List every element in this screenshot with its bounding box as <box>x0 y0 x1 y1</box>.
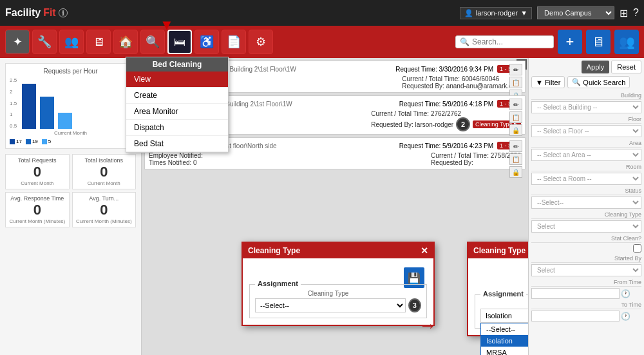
floor-select[interactable]: -- Select a Floor -- <box>531 125 641 137</box>
legend-item-2: 19 <box>26 139 38 144</box>
toolbar-icon-1[interactable]: 🔧 <box>32 30 57 54</box>
search-box: 🔍 <box>455 35 554 48</box>
action-btn-3b[interactable]: 📋 <box>509 153 522 165</box>
grid-icon[interactable]: ⊞ <box>620 7 628 19</box>
toolbar-icon-4[interactable]: 🏠 <box>113 30 138 54</box>
dropdown-item-bed-stat[interactable]: Bed Stat <box>126 136 228 152</box>
toolbar-icon-9[interactable]: ⚙ <box>249 30 273 54</box>
started-by-select[interactable]: Select <box>531 264 641 276</box>
legend-dot-2 <box>26 139 31 144</box>
toolbar-icon-2[interactable]: 👥 <box>59 30 84 54</box>
chart-legend: 17 19 5 <box>10 139 131 144</box>
from-time-row: 🕐 <box>531 288 641 299</box>
toolbar-icon-7[interactable]: ♿ <box>194 30 219 54</box>
to-time-input[interactable] <box>531 311 620 321</box>
arrow-between-dialogs: → <box>419 316 437 336</box>
chart-x-label: Current Month <box>10 130 131 136</box>
action-btn-3a[interactable]: ✏ <box>509 140 522 152</box>
filter-status: Status --Select-- <box>531 187 641 209</box>
filter-floor: Floor -- Select a Floor -- <box>531 116 641 137</box>
filter-from-time-label: From Time <box>531 279 641 287</box>
filter-from-time: From Time 🕐 <box>531 279 641 299</box>
apply-button[interactable]: Apply <box>582 61 610 73</box>
legend-value-1: 17 <box>16 139 22 144</box>
from-time-input[interactable] <box>531 288 620 299</box>
action-btn-1a[interactable]: ✏ <box>509 64 522 75</box>
filter-area-label: Area <box>531 140 641 148</box>
monitor-button[interactable]: 🖥 <box>586 30 611 54</box>
dialog-1-close-icon[interactable]: ✕ <box>421 245 428 256</box>
room-select[interactable]: -- Select a Room -- <box>531 173 641 185</box>
dialog-2-assignment-label: Assignment <box>480 290 526 298</box>
cleaning-type-filter-select[interactable]: Select <box>531 220 641 233</box>
left-panel: Requests per Hour 2.5 2 1.5 1 0.5 Curren… <box>0 58 142 355</box>
request-1-current-total: Current / Total Time: 60046/60046 <box>402 75 521 82</box>
stat-clean-checkbox[interactable] <box>633 244 641 253</box>
filter-button[interactable]: ▼ Filter <box>531 76 565 88</box>
toolbar: ▼ ✦ 🔧 👥 🖥 🏠 🔍 🛏 ♿ 📄 ⚙ 🔍 + 🖥 👥 Bed Cleani… <box>0 26 644 58</box>
stat-avg-turn-sub: Current Month (Minutes) <box>75 218 133 224</box>
dropdown-option-isolation[interactable]: Isolation <box>481 335 528 347</box>
request-2-right: Current / Total Time: 2762/2762 Requeste… <box>371 110 521 131</box>
request-1-requested-by: Requested By: anand-anu@aramark.com <box>402 82 521 90</box>
filter-cleaning-type: Cleaning Type Select <box>531 211 641 233</box>
request-3-left: Employee Notified: Times Notified: 0 <box>149 152 203 166</box>
dropdown-option-mrsa[interactable]: MRSA <box>481 347 528 355</box>
logo: FacilityFit ℹ <box>5 7 68 19</box>
bar-1 <box>22 84 36 129</box>
add-button[interactable]: + <box>558 30 582 54</box>
help-icon[interactable]: ? <box>633 7 639 19</box>
apply-reset-row: Apply Reset <box>531 61 641 73</box>
circle-badge-2: 2 <box>456 117 470 131</box>
reset-button[interactable]: Reset <box>611 61 641 73</box>
to-time-row: 🕐 <box>531 311 641 321</box>
action-btn-3c[interactable]: 🔒 <box>509 166 522 178</box>
stat-clean-checkbox-row <box>531 244 641 253</box>
dropdown-option-select[interactable]: --Select-- <box>481 323 528 335</box>
dialog-1-cleaning-select[interactable]: --Select-- <box>255 298 406 312</box>
chart-title: Requests per Hour <box>10 68 131 75</box>
stat-total-isolations-label: Total Isolations <box>75 157 133 164</box>
search-icon: 🔍 <box>572 78 581 86</box>
campus-select[interactable]: Demo Campus <box>537 6 614 19</box>
dialog-2-cleaning-select[interactable]: Isolation <box>480 309 528 323</box>
dropdown-title: Bed Cleaning <box>126 57 228 72</box>
action-btn-2a[interactable]: ✏ <box>509 99 522 110</box>
user-select[interactable]: 👤 larson-rodger ▼ <box>460 7 532 19</box>
cleaning-type-dialog-2: Cleaning Type ✕ 5 💾 Assignment Cleaning … <box>467 242 528 336</box>
action-btn-2c[interactable]: 🔒 <box>509 124 522 136</box>
dropdown-item-dispatch[interactable]: Dispatch <box>126 120 228 136</box>
dropdown-item-view[interactable]: View <box>126 72 228 88</box>
toolbar-icon-3[interactable]: 🖥 <box>86 30 111 54</box>
filter-icon: ▼ <box>536 79 543 86</box>
building-select[interactable]: -- Select a Building -- <box>531 101 641 113</box>
quick-search-button[interactable]: 🔍 Quick Search <box>567 76 630 88</box>
stat-avg-response-value: 0 <box>8 202 66 218</box>
toolbar-icon-8[interactable]: 📄 <box>222 30 246 54</box>
chart-y-labels: 2.5 2 1.5 1 0.5 <box>10 77 18 129</box>
info-icon[interactable]: ℹ <box>59 8 68 17</box>
user-chevron-icon: ▼ <box>520 9 527 17</box>
toolbar-icon-0[interactable]: ✦ <box>5 30 30 54</box>
filter-cleaning-type-label: Cleaning Type <box>531 211 641 219</box>
stat-boxes: Total Requests 0 Current Month Total Iso… <box>5 154 136 189</box>
search-input[interactable] <box>472 37 549 46</box>
status-select[interactable]: --Select-- <box>531 197 641 209</box>
filter-area: Area -- Select an Area -- <box>531 140 641 161</box>
request-1-right: Current / Total Time: 60046/60046 Reques… <box>402 75 521 90</box>
y-label-4: 1 <box>10 111 17 117</box>
area-select[interactable]: -- Select an Area -- <box>531 149 641 161</box>
legend-value-2: 19 <box>32 139 38 144</box>
action-btn-1b[interactable]: 📋 <box>509 77 522 88</box>
main-content: Requests per Hour 2.5 2 1.5 1 0.5 Curren… <box>0 58 644 355</box>
users-button[interactable]: 👥 <box>614 30 639 54</box>
logo-fit: Fit <box>43 7 56 19</box>
arrow-indicator: ▼ <box>160 17 174 34</box>
stat-avg-turn-value: 0 <box>75 202 133 218</box>
dialog-2-header: Cleaning Type ✕ <box>468 243 528 258</box>
filter-stat-clean: Stat Clean? <box>531 235 641 253</box>
dropdown-item-create[interactable]: Create <box>126 88 228 104</box>
dropdown-item-area-monitor[interactable]: Area Monitor <box>126 104 228 120</box>
action-btn-2b[interactable]: 📋 <box>509 111 522 123</box>
user-icon: 👤 <box>464 9 473 17</box>
